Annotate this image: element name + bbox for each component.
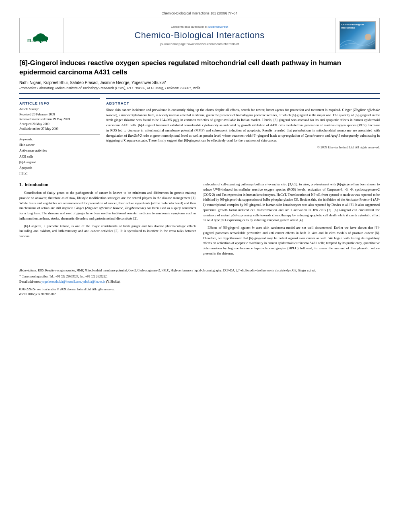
intro-label: Introduction [25, 183, 48, 187]
accepted-date: Accepted 20 May 2009 [19, 122, 100, 127]
received-date: Received 20 February 2009 [19, 112, 100, 117]
keyword-1: Skin cancer [19, 142, 100, 148]
email-note: (Y. Shukla). [106, 280, 121, 283]
abstract-heading: ABSTRACT [106, 101, 380, 105]
citation-text: Chemico-Biological Interactions 181 (200… [162, 11, 238, 15]
body-left-col: 1. Introduction Contribution of faulty g… [19, 182, 196, 259]
history-label: Article history: [19, 107, 100, 111]
keywords-list: Skin cancer Anti-cancer activities A431 … [19, 142, 100, 177]
email-line: E-mail addresses: yogeshwer.shukla@hotma… [19, 279, 380, 284]
body-section: 1. Introduction Contribution of faulty g… [19, 182, 380, 259]
abbreviations-label: Abbreviations: [19, 269, 37, 272]
citation-bar: Chemico-Biological Interactions 181 (200… [19, 11, 380, 15]
footer: Abbreviations: ROS, Reactive oxygen spec… [19, 266, 380, 296]
article-info-box: ARTICLE INFO Article history: Received 2… [19, 98, 100, 177]
journal-header-right: Chemico-BiologicalInteractions [335, 18, 379, 53]
doi-line: doi:10.1016/j.cbi.2009.05.012 [19, 292, 380, 296]
article-title-section: [6]-Gingerol induces reactive oxygen spe… [19, 59, 380, 94]
authors: Nidhi Nigam, Kulpreet Bhui, Sahdeo Prasa… [19, 80, 380, 85]
article-info-abstract: ARTICLE INFO Article history: Received 2… [19, 98, 380, 177]
right-para1: molecules of cell-signaling pathways bot… [203, 182, 380, 223]
footer-doi: 0009-2797/$– see front matter © 2009 Els… [19, 287, 380, 296]
keyword-5: Apoptosis [19, 165, 100, 171]
article-title: [6]-Gingerol induces reactive oxygen spe… [19, 59, 380, 77]
journal-header-left: ELSEVIER [20, 18, 64, 53]
journal-title: Chemico-Biological Interactions [134, 30, 265, 41]
article-info-heading: ARTICLE INFO [19, 101, 100, 105]
keyword-3: A431 cells [19, 154, 100, 160]
svg-point-5 [365, 34, 371, 40]
copyright-line: © 2009 Elsevier Ireland Ltd. All rights … [106, 146, 380, 149]
journal-cover: Chemico-BiologicalInteractions [339, 21, 376, 49]
journal-header: ELSEVIER Contents lists available at Sci… [19, 18, 380, 53]
abbreviations: Abbreviations: ROS, Reactive oxygen spec… [19, 268, 380, 273]
keyword-6: HPLC [19, 171, 100, 177]
info-divider [19, 134, 100, 135]
sciencedirect-link[interactable]: ScienceDirect [208, 25, 228, 29]
journal-header-center: Contents lists available at ScienceDirec… [64, 18, 335, 53]
page: Chemico-Biological Interactions 181 (200… [0, 0, 399, 532]
keywords-label: Keywords: [19, 138, 100, 141]
abbreviations-text: ROS, Reactive oxygen species; MMP, Mitoc… [38, 269, 316, 272]
affiliation: Proteomics Laboratory, Indian Institute … [19, 86, 380, 90]
keyword-2: Anti-cancer activities [19, 148, 100, 154]
intro-para2: [6]-Gingerol, a phenolic ketone, is one … [19, 224, 196, 239]
intro-number: 1. [19, 183, 23, 187]
journal-cover-text: Chemico-BiologicalInteractions [341, 23, 374, 30]
abstract-section: ABSTRACT Since skin cancer incidence and… [106, 98, 380, 149]
body-right-col: molecules of cell-signaling pathways bot… [203, 182, 380, 259]
article-info-col: ARTICLE INFO Article history: Received 2… [19, 98, 100, 177]
elsevier-logo-svg: ELSEVIER [26, 28, 58, 43]
journal-homepage: journal homepage: www.elsevier.com/locat… [160, 42, 239, 46]
intro-para1: Contribution of faulty genes to the path… [19, 190, 196, 221]
email-label: E-mail addresses: [19, 280, 41, 283]
right-para2: Effects of [6]-gingerol against in vitro… [203, 225, 380, 256]
intro-title: 1. Introduction [19, 182, 196, 188]
received-revised-date: Received in revised form 19 May 2009 [19, 117, 100, 122]
abstract-col: ABSTRACT Since skin cancer incidence and… [106, 98, 380, 177]
corresponding-label: * Corresponding author. Tel.: +91 522 29… [19, 274, 380, 279]
corresponding-tel: Tel.: +91 522 29653827; fax: +91 522 262… [49, 275, 107, 278]
corresponding-star: * Corresponding author. [19, 275, 49, 278]
abstract-text: Since skin cancer incidence and prevalen… [106, 107, 380, 143]
issn-line: 0009-2797/$– see front matter © 2009 Els… [19, 287, 380, 292]
available-date: Available online 27 May 2009 [19, 127, 100, 131]
svg-text:ELSEVIER: ELSEVIER [27, 39, 47, 43]
keyword-4: [6]-Gingerol [19, 160, 100, 165]
email-addresses[interactable]: yogeshwer.shukla@hotmail.com, yshukla@ii… [41, 280, 105, 283]
contents-line: Contents lists available at ScienceDirec… [171, 25, 228, 29]
